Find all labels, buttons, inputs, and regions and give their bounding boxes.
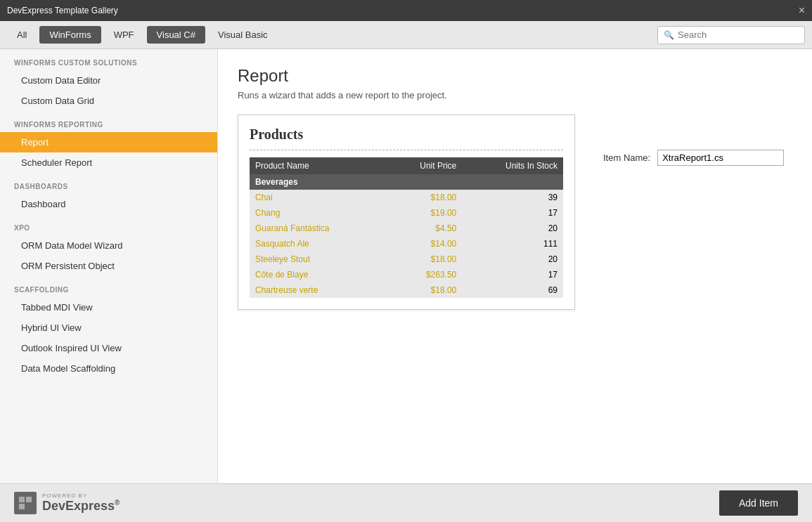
logo-text-block: POWERED BY DevExpress® (42, 492, 120, 514)
table-row: Steeleye Stout$18.0020 (250, 252, 563, 267)
report-preview: Products Product Name Unit Price Units I… (238, 115, 575, 310)
search-icon: 🔍 (664, 30, 674, 40)
preview-table: Product Name Unit Price Units In Stock B… (250, 157, 563, 298)
preview-report-title: Products (250, 126, 563, 143)
table-group-row: Beverages (250, 174, 563, 190)
sidebar: WinForms Custom SolutionsCustom Data Edi… (0, 49, 218, 483)
sidebar-item-orm-data-model-wizard[interactable]: ORM Data Model Wizard (0, 235, 217, 256)
footer-logo: POWERED BY DevExpress® (14, 492, 120, 514)
tab-bar: All WinForms WPF Visual C# Visual Basic … (0, 21, 812, 49)
sidebar-section-label: XPO (0, 214, 217, 235)
sidebar-item-dashboard[interactable]: Dashboard (0, 194, 217, 214)
svg-rect-0 (19, 497, 25, 502)
table-header-row: Product Name Unit Price Units In Stock (250, 157, 563, 174)
title-bar: DevExpress Template Gallery × (0, 0, 812, 21)
content-title: Report (238, 66, 792, 86)
sidebar-item-orm-persistent-object[interactable]: ORM Persistent Object (0, 256, 217, 276)
close-button[interactable]: × (799, 4, 805, 17)
devexpress-logo-icon (14, 492, 37, 514)
tab-visual-basic[interactable]: Visual Basic (208, 26, 278, 44)
sidebar-item-scheduler-report[interactable]: Scheduler Report (0, 152, 217, 173)
svg-rect-3 (26, 504, 32, 509)
add-item-button[interactable]: Add Item (719, 490, 798, 516)
item-name-input[interactable] (657, 150, 784, 166)
sidebar-section-label: Dashboards (0, 173, 217, 194)
col-product-name: Product Name (250, 157, 386, 174)
preview-header: Products (250, 126, 563, 150)
svg-rect-2 (19, 504, 25, 509)
main-layout: WinForms Custom SolutionsCustom Data Edi… (0, 49, 812, 483)
tab-wpf[interactable]: WPF (104, 26, 144, 44)
col-unit-price: Unit Price (386, 157, 463, 174)
search-box: 🔍 (657, 26, 805, 44)
sidebar-item-outlook-inspired-ui-view[interactable]: Outlook Inspired UI View (0, 338, 217, 358)
table-row: Chai$18.0039 (250, 190, 563, 205)
sidebar-section-label: WinForms Reporting (0, 111, 217, 132)
sidebar-section-label: Scaffolding (0, 276, 217, 297)
sidebar-item-custom-data-grid[interactable]: Custom Data Grid (0, 91, 217, 111)
powered-by-text: POWERED BY (42, 492, 120, 499)
item-name-label: Item Name: (603, 152, 650, 163)
tab-winforms[interactable]: WinForms (39, 26, 101, 44)
sidebar-item-report[interactable]: Report (0, 132, 217, 152)
footer: POWERED BY DevExpress® Add Item (0, 483, 812, 522)
devexpress-name: DevExpress® (42, 499, 120, 513)
search-input[interactable] (678, 30, 799, 40)
tab-visual-csharp[interactable]: Visual C# (147, 26, 205, 44)
table-row: Côte de Blaye$263.5017 (250, 267, 563, 282)
table-row: Chartreuse verte$18.0069 (250, 282, 563, 298)
title-bar-title: DevExpress Template Gallery (7, 6, 118, 15)
sidebar-item-hybrid-ui-view[interactable]: Hybrid UI View (0, 318, 217, 338)
sidebar-item-data-model-scaffolding[interactable]: Data Model Scaffolding (0, 358, 217, 379)
table-row: Guaraná Fantástica$4.5020 (250, 221, 563, 236)
sidebar-item-tabbed-mdi-view[interactable]: Tabbed MDI View (0, 297, 217, 318)
item-name-section: Item Name: (603, 136, 784, 166)
table-row: Sasquatch Ale$14.00111 (250, 236, 563, 252)
content-description: Runs a wizard that adds a new report to … (238, 90, 792, 100)
tab-all[interactable]: All (7, 26, 37, 44)
logo-svg (18, 495, 33, 511)
svg-rect-1 (26, 497, 32, 502)
table-row: Chang$19.0017 (250, 205, 563, 221)
preview-section: Products Product Name Unit Price Units I… (238, 115, 792, 310)
sidebar-item-custom-data-editor[interactable]: Custom Data Editor (0, 70, 217, 91)
content-area: Report Runs a wizard that adds a new rep… (218, 49, 812, 483)
col-units-in-stock: Units In Stock (462, 157, 563, 174)
sidebar-section-label: WinForms Custom Solutions (0, 49, 217, 70)
